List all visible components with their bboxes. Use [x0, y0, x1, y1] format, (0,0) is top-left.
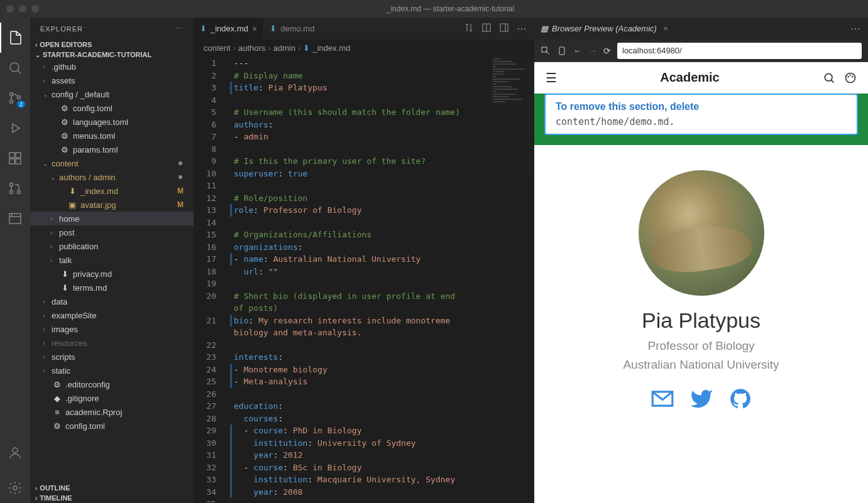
tree-item-label: images	[52, 325, 189, 334]
source-control-icon[interactable]: 2	[0, 83, 30, 113]
maximize-window-icon[interactable]	[31, 5, 39, 13]
email-icon[interactable]	[651, 387, 674, 411]
breadcrumb[interactable]: content› authors› admin› ⬇ _index.md	[194, 40, 534, 56]
tree-item[interactable]: ›home	[30, 212, 194, 225]
tree-item[interactable]: ›resources	[30, 336, 194, 350]
inspect-icon[interactable]	[541, 46, 551, 56]
split-icon[interactable]	[481, 23, 492, 35]
device-icon[interactable]	[557, 46, 567, 56]
search-icon[interactable]	[0, 53, 30, 83]
minimize-window-icon[interactable]	[19, 5, 26, 13]
tree-item[interactable]: ▣avatar.jpgM	[30, 198, 194, 212]
tree-item[interactable]: ›exampleSite	[30, 308, 194, 322]
tree-item[interactable]: ›post	[30, 225, 194, 239]
svg-point-12	[13, 448, 18, 453]
settings-icon[interactable]	[0, 473, 30, 503]
tree-item[interactable]: ›images	[30, 322, 194, 336]
account-icon[interactable]	[0, 438, 30, 468]
twitter-icon[interactable]	[689, 387, 713, 411]
svg-rect-17	[559, 47, 564, 55]
demo-banner: To remove this section, delete content/h…	[534, 94, 868, 145]
back-icon[interactable]: ←	[573, 46, 582, 56]
tree-item[interactable]: ⚙config.toml	[30, 101, 194, 115]
chevron-icon: ›	[50, 215, 59, 222]
reload-icon[interactable]: ⟳	[603, 46, 611, 56]
minimap[interactable]	[490, 56, 534, 181]
window-title: _index.md — starter-academic-tutorial	[39, 4, 862, 13]
tree-item-label: publication	[59, 242, 189, 251]
window-controls	[6, 5, 39, 13]
tree-item[interactable]: ⚙params.toml	[30, 143, 194, 156]
site-header: ☰ Academic	[534, 62, 868, 94]
tree-item[interactable]: ⬇privacy.md	[30, 267, 194, 281]
svg-point-22	[852, 76, 854, 78]
tree-item[interactable]: ≡academic.Rproj	[30, 405, 194, 419]
more-icon[interactable]: ⋯	[850, 23, 860, 34]
tree-item[interactable]: ⚙menus.toml	[30, 129, 194, 143]
forward-icon[interactable]: →	[588, 46, 597, 56]
project-section[interactable]: ⌄ STARTER-ACADEMIC-TUTORIAL	[30, 50, 194, 60]
tab-demo-md[interactable]: ⬇ demo.md	[263, 18, 321, 40]
svg-rect-5	[9, 159, 14, 164]
debug-icon[interactable]	[0, 113, 30, 143]
file-icon: ◆	[52, 394, 63, 403]
editor-body[interactable]: 1234567891011121314151617181920212223242…	[194, 56, 534, 503]
social-links	[547, 387, 855, 411]
github-icon[interactable]	[728, 387, 752, 411]
tree-item-label: .gitignore	[65, 394, 189, 403]
tree-item[interactable]: ◆.gitignore	[30, 391, 194, 405]
tree-item[interactable]: ⬇_index.mdM	[30, 184, 194, 198]
tab-index-md[interactable]: ⬇ _index.md ×	[194, 18, 263, 40]
more-icon[interactable]: ⋯	[176, 24, 184, 33]
compare-icon[interactable]	[464, 23, 474, 35]
tree-item[interactable]: ›publication	[30, 239, 194, 253]
editor-tabs: ⬇ _index.md × ⬇ demo.md ⋯	[194, 18, 534, 40]
close-icon[interactable]: ×	[252, 24, 257, 34]
panel-icon[interactable]	[499, 23, 509, 35]
svg-point-2	[10, 100, 13, 104]
file-icon: ▣	[67, 200, 78, 210]
file-tree: ›.github›assets⌄config / _default⚙config…	[30, 60, 194, 433]
outline-section[interactable]: › OUTLINE	[30, 483, 194, 493]
file-icon: ⬇	[67, 187, 78, 196]
tab-actions: ⋯	[464, 23, 534, 35]
code-content[interactable]: ---# Display nametitle: Pia Platypus# Us…	[225, 56, 534, 503]
close-window-icon[interactable]	[6, 5, 14, 13]
chevron-icon: ›	[43, 367, 52, 374]
git-status: M	[177, 200, 184, 209]
search-icon[interactable]	[823, 72, 835, 84]
tree-item[interactable]: ⚙config.toml	[30, 419, 194, 433]
pull-request-icon[interactable]	[0, 173, 30, 203]
chevron-icon: ›	[50, 229, 59, 236]
browser-preview-icon[interactable]	[0, 203, 30, 234]
file-icon: ⚙	[59, 131, 70, 141]
tree-item[interactable]: ›.github	[30, 60, 194, 73]
chevron-icon: ›	[50, 243, 59, 250]
tree-item[interactable]: ⌄content	[30, 156, 194, 170]
tree-item[interactable]: ›assets	[30, 73, 194, 87]
tree-item-label: content	[52, 159, 179, 168]
tree-item[interactable]: ›talk	[30, 253, 194, 267]
url-input[interactable]	[617, 43, 862, 59]
tree-item-label: config / _default	[52, 90, 189, 99]
tree-item-label: _index.md	[80, 187, 177, 196]
more-icon[interactable]: ⋯	[517, 23, 527, 35]
tab-browser-preview[interactable]: ▦ Browser Preview (Academic) ×	[534, 18, 674, 40]
tree-item[interactable]: ›static	[30, 364, 194, 377]
open-editors-section[interactable]: › OPEN EDITORS	[30, 40, 194, 50]
tree-item[interactable]: ⚙languages.toml	[30, 115, 194, 129]
explorer-icon[interactable]	[0, 23, 30, 53]
tree-item[interactable]: ⌄config / _default	[30, 87, 194, 101]
tree-item-label: static	[52, 366, 189, 376]
svg-rect-11	[9, 214, 21, 224]
close-icon[interactable]: ×	[663, 24, 668, 33]
hamburger-icon[interactable]: ☰	[546, 70, 557, 85]
tree-item[interactable]: ›scripts	[30, 350, 194, 364]
extensions-icon[interactable]	[0, 143, 30, 173]
timeline-section[interactable]: › TIMELINE	[30, 493, 194, 503]
tree-item[interactable]: ⚙.editorconfig	[30, 377, 194, 391]
tree-item[interactable]: ›data	[30, 295, 194, 308]
palette-icon[interactable]	[844, 72, 857, 84]
tree-item[interactable]: ⌄authors / admin	[30, 170, 194, 184]
tree-item[interactable]: ⬇terms.md	[30, 281, 194, 295]
